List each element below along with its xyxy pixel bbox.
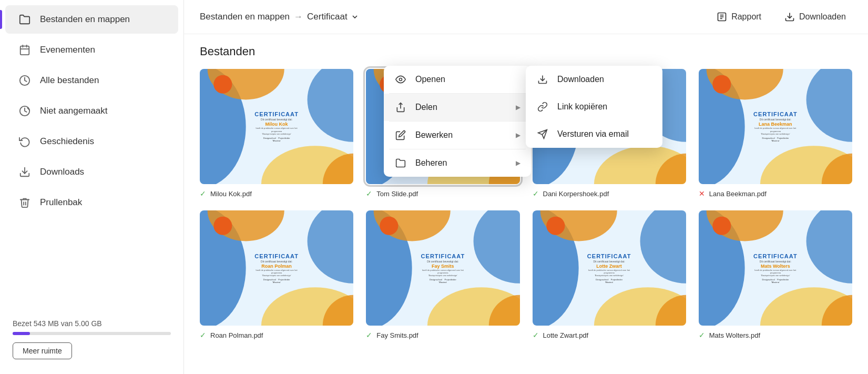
sub-item-label: Link kopiëren	[557, 102, 607, 112]
file-name: Mats Wolters.pdf	[709, 331, 760, 339]
sidebar-item-evenementen[interactable]: Evenementen	[5, 36, 178, 64]
file-info-tom: ✓ Tom Slide.pdf	[366, 189, 519, 198]
check-icon: ✓	[533, 189, 539, 198]
svg-point-69	[400, 78, 402, 81]
sidebar-item-label: Evenementen	[40, 45, 95, 55]
download-sub-icon	[536, 73, 549, 86]
check-icon: ✓	[366, 189, 372, 198]
folder-icon	[394, 157, 407, 169]
chevron-right-icon: ▶	[516, 132, 520, 139]
rapport-icon	[717, 12, 727, 22]
context-item-delen[interactable]: Delen ▶	[384, 94, 531, 121]
svg-point-54	[380, 217, 399, 235]
file-name: Tom Slide.pdf	[376, 190, 418, 198]
check-icon: ✓	[200, 189, 206, 198]
file-name: Lotte Zwart.pdf	[543, 331, 589, 339]
section-title: Bestanden	[200, 45, 852, 58]
sidebar-item-prullenbak[interactable]: Prullenbak	[5, 188, 178, 217]
file-name: Dani Korpershoek.pdf	[543, 190, 609, 198]
rapport-button[interactable]: Rapport	[710, 8, 768, 25]
file-thumb-fay: CERTIFICAAT Dit certificaat bevestigt da…	[366, 210, 519, 326]
context-item-openen[interactable]: Openen	[384, 66, 531, 93]
file-card-lana[interactable]: CERTIFICAAT Dit certificaat bevestigt da…	[699, 69, 852, 198]
svg-point-68	[712, 217, 731, 235]
file-info-milou: ✓ Milou Kok.pdf	[200, 189, 353, 198]
breadcrumb: Bestanden en mappen → Certificaat	[200, 12, 359, 22]
file-name: Milou Kok.pdf	[210, 190, 252, 198]
check-icon: ✓	[366, 331, 372, 339]
sidebar-item-downloads[interactable]: Downloads	[5, 158, 178, 186]
breadcrumb-current[interactable]: Certificaat	[307, 12, 359, 22]
context-item-beheren[interactable]: Beheren ▶	[384, 149, 531, 177]
sub-menu: Downloaden Link kopiëren Versturen via e…	[526, 66, 662, 148]
file-info-mats: ✓ Mats Wolters.pdf	[699, 331, 852, 339]
check-icon: ✓	[533, 331, 539, 339]
file-thumb-milou: CERTIFICAAT Dit certificaat bevestigt da…	[200, 69, 353, 184]
context-item-bewerken[interactable]: Bewerken ▶	[384, 122, 531, 149]
context-item-label: Delen	[415, 103, 437, 112]
sub-item-downloaden[interactable]: Downloaden	[526, 66, 662, 93]
content-area: Bestanden	[184, 34, 868, 374]
file-info-dani: ✓ Dani Korpershoek.pdf	[533, 189, 686, 198]
cert-preview: CERTIFICAAT Dit certificaat bevestigt da…	[699, 69, 852, 184]
rapport-label: Rapport	[731, 12, 761, 22]
file-info-lotte: ✓ Lotte Zwart.pdf	[533, 331, 686, 339]
file-thumb-lana: CERTIFICAAT Dit certificaat bevestigt da…	[699, 69, 852, 184]
check-icon: ✓	[200, 331, 206, 339]
file-card-mats[interactable]: CERTIFICAAT Dit certificaat bevestigt da…	[699, 210, 852, 339]
clock-x-icon	[18, 104, 32, 118]
breadcrumb-current-label: Certificaat	[307, 12, 348, 22]
sidebar-item-bestanden[interactable]: Bestanden en mappen	[5, 5, 178, 34]
file-card-milou[interactable]: CERTIFICAAT Dit certificaat bevestigt da…	[200, 69, 353, 198]
file-info-lana: ✕ Lana Beekman.pdf	[699, 189, 852, 198]
file-thumb-mats: CERTIFICAAT Dit certificaat bevestigt da…	[699, 210, 852, 326]
cert-preview: CERTIFICAAT Dit certificaat bevestigt da…	[699, 210, 852, 326]
context-menu: Openen Delen ▶ Bewerken	[384, 66, 531, 177]
download-icon	[18, 165, 32, 179]
trash-icon	[18, 196, 32, 209]
cert-preview: CERTIFICAAT Dit certificaat bevestigt da…	[200, 210, 353, 326]
context-item-label: Openen	[415, 75, 445, 84]
file-card-lotte[interactable]: CERTIFICAAT Dit certificaat bevestigt da…	[533, 210, 686, 339]
download-topbar-icon	[784, 12, 795, 22]
sidebar-item-label: Geschiedenis	[40, 136, 94, 147]
topbar: Bestanden en mappen → Certificaat Rappor…	[184, 0, 868, 34]
file-thumb-lotte: CERTIFICAAT Dit certificaat bevestigt da…	[533, 210, 686, 326]
chevron-right-icon: ▶	[516, 104, 520, 111]
svg-rect-0	[21, 46, 29, 55]
sidebar-item-niet[interactable]: Niet aangemaakt	[5, 97, 178, 125]
sub-item-label: Downloaden	[557, 75, 604, 84]
error-icon: ✕	[699, 189, 705, 198]
sub-item-link[interactable]: Link kopiëren	[526, 93, 662, 120]
cert-preview: CERTIFICAAT Dit certificaat bevestigt da…	[200, 69, 353, 184]
sub-item-label: Versturen via email	[557, 129, 629, 139]
svg-point-47	[213, 217, 232, 235]
main-content: Bestanden en mappen → Certificaat Rappor…	[184, 0, 868, 374]
sidebar-item-label: Niet aangemaakt	[40, 106, 108, 116]
share-icon	[394, 101, 407, 114]
context-item-label: Beheren	[415, 158, 447, 168]
check-icon: ✓	[699, 331, 705, 339]
storage-info: Bezet 543 MB van 5.00 GB Meer ruimte	[13, 319, 171, 359]
sidebar: Bestanden en mappen Evenementen Alle bes…	[0, 0, 184, 374]
clock-icon	[18, 74, 32, 87]
file-name: Lana Beekman.pdf	[709, 190, 767, 198]
topbar-actions: Rapport Downloaden	[710, 8, 852, 25]
sidebar-item-geschiedenis[interactable]: Geschiedenis	[5, 127, 178, 156]
context-item-label: Bewerken	[415, 130, 453, 140]
eye-icon	[394, 73, 407, 86]
breadcrumb-root[interactable]: Bestanden en mappen	[200, 12, 290, 22]
send-icon	[536, 128, 549, 140]
link-icon	[536, 100, 549, 113]
cert-preview: CERTIFICAAT Dit certificaat bevestigt da…	[366, 210, 519, 326]
meer-ruimte-button[interactable]: Meer ruimte	[13, 342, 72, 359]
breadcrumb-arrow-icon: →	[294, 12, 303, 22]
file-info-fay: ✓ Fay Smits.pdf	[366, 331, 519, 339]
file-thumb-roan: CERTIFICAAT Dit certificaat bevestigt da…	[200, 210, 353, 326]
sidebar-item-alle[interactable]: Alle bestanden	[5, 66, 178, 95]
sub-item-email[interactable]: Versturen via email	[526, 120, 662, 148]
svg-point-40	[712, 75, 731, 94]
file-card-fay[interactable]: CERTIFICAAT Dit certificaat bevestigt da…	[366, 210, 519, 339]
file-card-roan[interactable]: CERTIFICAAT Dit certificaat bevestigt da…	[200, 210, 353, 339]
downloaden-button[interactable]: Downloaden	[778, 8, 852, 25]
